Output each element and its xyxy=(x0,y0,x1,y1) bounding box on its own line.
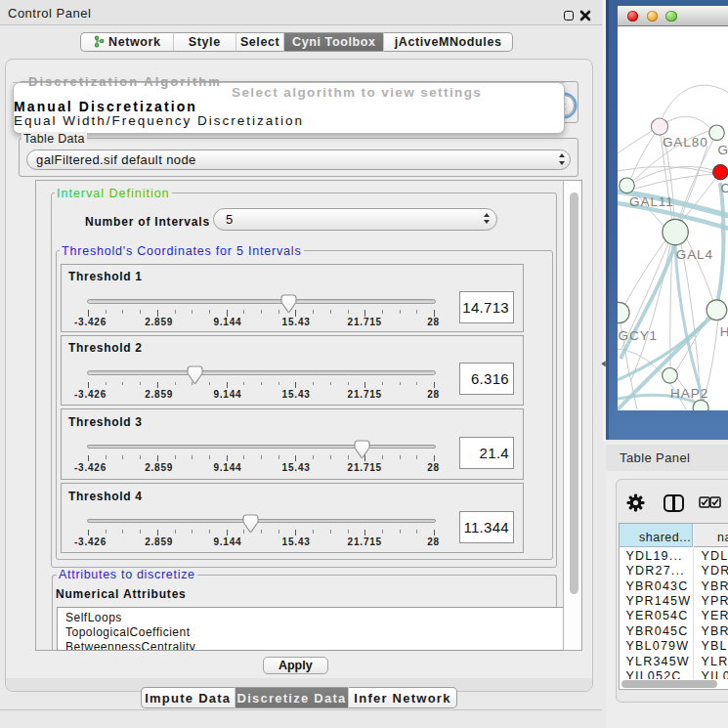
svg-text:C: C xyxy=(720,181,728,195)
svg-text:GAL11: GAL11 xyxy=(629,194,674,209)
svg-text:GAL4: GAL4 xyxy=(675,247,712,262)
svg-text:GAL80: GAL80 xyxy=(662,135,707,150)
svg-text:HAP2: HAP2 xyxy=(670,386,708,401)
svg-text:GAL: GAL xyxy=(717,143,728,157)
svg-text:GCY1: GCY1 xyxy=(618,328,658,343)
svg-text:H: H xyxy=(719,324,728,339)
